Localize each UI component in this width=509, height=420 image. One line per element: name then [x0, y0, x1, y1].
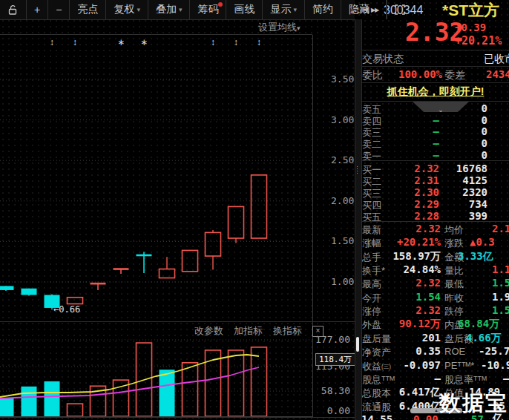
candlestick-chart[interactable]	[0, 35, 312, 321]
stat-value: 4.66万	[466, 332, 502, 345]
order-price: 2.29	[414, 198, 439, 210]
toolbar-button-zoom-in[interactable]: +	[27, 0, 48, 19]
stat-value: 1.9	[492, 291, 509, 303]
stat-label: 外盘	[362, 318, 381, 332]
weicha-label: 委差	[444, 69, 465, 82]
buy-row-2[interactable]: 买二2.314125	[361, 174, 509, 186]
order-price: 2.30	[414, 186, 439, 198]
stat-row-7: 外盘90.12万内盘68.84万	[361, 317, 509, 331]
stat-value: 201	[422, 332, 441, 344]
weicha-value: 2434	[486, 68, 509, 80]
stat-label: 总股本	[362, 387, 391, 400]
buy-row-3[interactable]: 买三2.302320	[361, 186, 509, 198]
sell-row-2[interactable]: 卖二—0	[361, 137, 509, 149]
toolbar-button-label: 画线	[234, 3, 254, 16]
stat-label: 昨收	[444, 292, 464, 305]
sell-row-4[interactable]: 卖四—0	[361, 114, 509, 126]
stat-label: 流通股	[362, 401, 391, 414]
stat-row-1: 涨幅+20.21%涨跌▲0.3	[361, 235, 509, 249]
toolbar-button-hide[interactable]: 隐藏▶▶	[341, 0, 387, 19]
switch-indicator-button[interactable]: 换指标	[273, 324, 302, 338]
star-marker-icon: ∗	[138, 37, 150, 47]
edit-params-button[interactable]: 改参数	[194, 324, 223, 338]
divider	[361, 50, 509, 50]
updown-arrow-marker-icon: ↕	[69, 37, 81, 47]
toolbar-button-lock[interactable]	[0, 0, 27, 19]
toolbar-button-fullscreen[interactable]	[387, 0, 413, 19]
buy-row-5[interactable]: 买五2.28399	[361, 210, 509, 222]
open-account-link[interactable]: 抓住机会，即刻开户!	[361, 85, 509, 99]
weibi-label: 委比	[362, 69, 383, 82]
sell-row-3[interactable]: 卖三—0	[361, 125, 509, 137]
sell-row-1[interactable]: 卖一—0	[361, 149, 509, 161]
price-tick-label: 2.00	[331, 195, 354, 206]
stat-label: 盘后量	[362, 332, 391, 346]
stat-label: PEᵀᵀᴹ*	[444, 360, 474, 371]
order-volume: 0	[482, 114, 487, 126]
stat-row-0: 最新2.32均价2.1	[361, 222, 509, 236]
toolbar-button-overlay[interactable]: 叠加▾	[148, 0, 191, 19]
order-level-label: 卖一	[362, 150, 381, 163]
trade-status-label: 交易状态	[362, 53, 404, 66]
updown-arrow-marker-icon: ↕	[253, 37, 265, 47]
toolbar-button-label: 隐藏	[349, 3, 370, 16]
low-price-annotation: ←0.66	[53, 304, 80, 315]
stat-value: —	[503, 373, 509, 384]
divider	[361, 160, 509, 161]
axis-separator	[312, 35, 313, 417]
stat-value: -0.097	[403, 359, 441, 371]
buy-row-1[interactable]: 买一2.3216768	[361, 163, 509, 174]
price-change: +0.39	[455, 22, 486, 33]
toolbar-button-label: +	[34, 4, 40, 16]
volume-ma-value-tag: 118.4万	[315, 353, 355, 366]
toolbar-button-label: 亮点	[77, 3, 98, 16]
close-indicator-button[interactable]: ×	[312, 326, 324, 337]
toolbar-button-display[interactable]: 显示▾	[263, 0, 305, 19]
stat-value: 2.32	[416, 223, 441, 234]
divider	[361, 82, 509, 83]
chevron-down-icon: ▾	[293, 6, 297, 13]
order-volume: 16768	[456, 163, 487, 174]
order-volume: 0	[482, 137, 487, 149]
updown-arrow-marker-icon: ↕	[230, 37, 242, 47]
stat-value: 2.32	[416, 277, 441, 289]
scrollbar-thumb[interactable]	[356, 337, 359, 352]
stat-value: —	[435, 373, 441, 384]
stat-value: 158.97万	[393, 250, 441, 263]
order-price: —	[433, 149, 439, 161]
stat-row-4: 最高2.32最低1.5	[361, 276, 509, 290]
stat-row-10: 收益㈢-0.097PEᵀᵀᴹ*-10.9	[361, 358, 509, 373]
volume-tick-label: 58.30	[315, 385, 350, 396]
stat-value: 90.12万	[399, 318, 441, 331]
stat-label: 涨幅	[362, 237, 381, 250]
toolbar-button-label: 叠加	[156, 3, 177, 16]
toolbar-button-simple[interactable]: 简约	[305, 0, 341, 19]
stat-row-2: 总手158.97万金额3.33亿	[361, 249, 509, 263]
price-change-pct: +20.21%	[455, 34, 502, 47]
stat-value: 2.1	[492, 223, 509, 234]
order-price: —	[433, 137, 439, 149]
stat-label: 均价	[444, 223, 464, 237]
toolbar-button-label: 简约	[312, 3, 333, 16]
pane-resize-handle[interactable]	[356, 165, 359, 174]
notification-dot-icon	[218, 2, 223, 7]
toolbar-button-highlight[interactable]: 亮点	[70, 0, 106, 19]
stat-value: 0.35	[416, 345, 441, 357]
expand-icon	[395, 4, 405, 15]
buy-row-4[interactable]: 买四2.29734	[361, 198, 509, 210]
toolbar-button-zoom-out[interactable]: −	[48, 0, 70, 19]
stat-value: 1.54	[416, 291, 441, 303]
toolbar-button-chips[interactable]: 筹码	[190, 0, 226, 19]
updown-arrow-marker-icon: ↕	[207, 37, 219, 47]
order-volume: 734	[469, 198, 487, 210]
stat-label: 最低	[444, 278, 464, 291]
order-price: 2.31	[414, 174, 439, 186]
order-volume: 0	[482, 102, 487, 114]
add-indicator-button[interactable]: 加指标	[234, 324, 263, 338]
stat-label: 跌停	[444, 305, 464, 318]
vertical-scrollbar[interactable]	[355, 19, 362, 420]
toolbar-button-draw-line[interactable]: 画线	[226, 0, 263, 19]
stat-row-11: 股息ᵀᵀᴹ—股息率ᵀᵀᴹ—	[361, 372, 509, 386]
toolbar-button-adjust-price[interactable]: 复权▾	[106, 0, 148, 19]
ma-settings-button[interactable]: 设置均线▾	[258, 21, 301, 34]
